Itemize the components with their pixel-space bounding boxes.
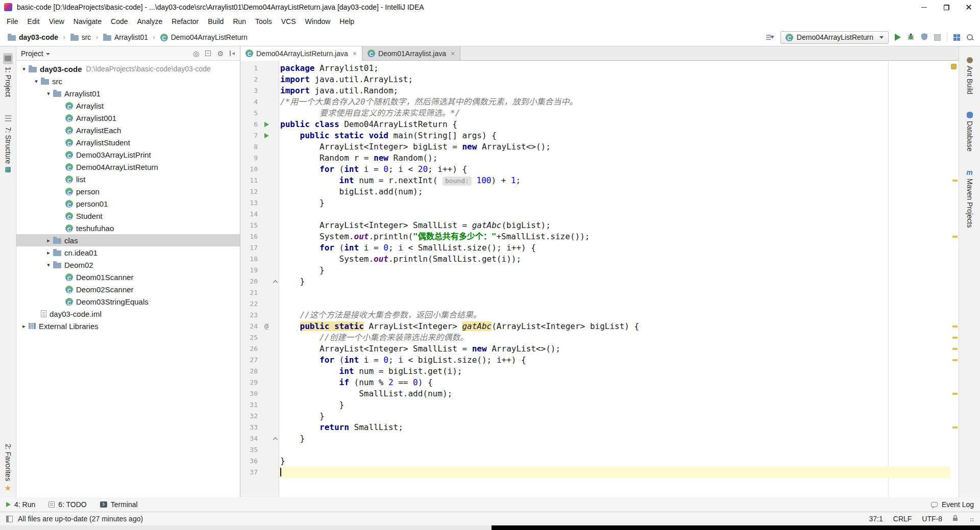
chevron-down-icon[interactable]: ▾ [32, 78, 41, 85]
warning-stripe-mark[interactable] [952, 426, 958, 428]
sort-scheme-icon[interactable] [766, 34, 774, 41]
menu-item-file[interactable]: File [2, 16, 23, 27]
code-editor[interactable]: 1package Arraylist01;2import java.util.A… [240, 61, 959, 497]
tree-item-ArraylistStudent[interactable]: ArraylistStudent [16, 136, 240, 148]
coverage-button[interactable] [921, 33, 928, 42]
stripe-button-structure[interactable]: 7: Structure [3, 112, 14, 173]
stripe-button-project[interactable]: 1: Project [2, 52, 14, 98]
code-line-18[interactable]: 18 System.out.println(SmallList.get(i)); [240, 254, 950, 265]
breadcrumb-item-Arraylist01[interactable]: Arraylist01 [102, 32, 150, 42]
code-line-21[interactable]: 21 [240, 287, 950, 298]
code-line-19[interactable]: 19 } [240, 265, 950, 276]
code-line-13[interactable]: 13 } [240, 197, 950, 209]
stripe-button-database[interactable]: Database [965, 110, 975, 153]
fold-marker-icon[interactable] [272, 433, 279, 444]
code-line-32[interactable]: 32 } [240, 411, 950, 422]
tree-item-Arraylist001[interactable]: Arraylist001 [16, 112, 240, 124]
toolwindow-event-log[interactable]: Event Log [931, 500, 974, 509]
code-line-7[interactable]: 7 public static void main(String[] args)… [240, 130, 950, 141]
code-line-27[interactable]: 27 for (int i = 0; i < bigList.size(); i… [240, 355, 950, 366]
tree-item-Demo04ArrayListReturn[interactable]: Demo04ArrayListReturn [16, 161, 240, 173]
toolwindow-todo[interactable]: 6: TODO [48, 500, 87, 509]
project-panel-title[interactable]: Project [21, 49, 43, 58]
favorites-star-icon[interactable]: ★ [5, 485, 11, 492]
tree-item-src[interactable]: ▾src [16, 75, 240, 87]
menu-item-window[interactable]: Window [301, 16, 335, 27]
tab-close-icon[interactable]: × [451, 49, 455, 58]
run-gutter-icon[interactable] [261, 119, 272, 130]
toolwindow-run[interactable]: 4: Run [6, 500, 35, 509]
tree-item-cn.idea01[interactable]: ▸cn.idea01 [16, 246, 240, 259]
code-line-28[interactable]: 28 int num = bigList.get(i); [240, 366, 950, 377]
tree-item-list[interactable]: list [16, 173, 240, 185]
stripe-label-favorites[interactable]: 2: Favorites [4, 444, 12, 481]
code-line-6[interactable]: 6public class Demo04ArrayListReturn { [240, 119, 950, 130]
breadcrumb-item-day03-code[interactable]: day03-code [6, 32, 60, 42]
gear-icon[interactable]: ⚙ [217, 49, 224, 58]
editor-tab-Demo04ArrayListReturn.java[interactable]: Demo04ArrayListReturn.java× [240, 46, 362, 61]
menu-item-build[interactable]: Build [203, 16, 228, 27]
locate-icon[interactable]: ◎ [193, 49, 199, 58]
tree-item-ArraylistEach[interactable]: ArraylistEach [16, 124, 240, 136]
run-button[interactable] [895, 34, 901, 41]
warning-stripe-mark[interactable] [952, 348, 958, 350]
tree-item-person[interactable]: person [16, 185, 240, 197]
run-configuration-select[interactable]: Demo04ArrayListReturn [780, 31, 889, 44]
tree-item-Arraylist01[interactable]: ▾Arraylist01 [16, 87, 240, 99]
code-line-31[interactable]: 31 } [240, 399, 950, 411]
tree-item-Deom02[interactable]: ▾Deom02 [16, 259, 240, 271]
tree-item-Deom02Scanner[interactable]: Deom02Scanner [16, 283, 240, 295]
code-line-2[interactable]: 2import java.util.ArrayList; [240, 74, 950, 85]
menu-item-navigate[interactable]: Navigate [69, 16, 106, 27]
toolwindow-toggle-icon[interactable] [6, 516, 13, 522]
menu-item-vcs[interactable]: VCS [277, 16, 301, 27]
hide-panel-icon[interactable] [230, 51, 235, 56]
code-line-14[interactable]: 14 [240, 209, 950, 220]
tree-item-External Libraries[interactable]: ▸External Libraries [16, 320, 240, 332]
run-gutter-icon[interactable] [261, 130, 272, 141]
code-line-8[interactable]: 8 ArrayList<Integer> bigList = new Array… [240, 141, 950, 153]
tree-item-Student[interactable]: Student [16, 210, 240, 222]
fold-marker-icon[interactable] [272, 276, 279, 287]
project-structure-icon[interactable] [953, 34, 960, 41]
tree-item-day03-code[interactable]: ▾day03-codeD:\IdeaProjects\basic-code\da… [16, 63, 240, 75]
tree-item-Deom03StringEquals[interactable]: Deom03StringEquals [16, 295, 240, 308]
inspection-indicator[interactable] [951, 64, 957, 69]
tree-item-Deom01Scanner[interactable]: Deom01Scanner [16, 271, 240, 283]
code-line-34[interactable]: 34 } [240, 433, 950, 444]
resize-grip-icon[interactable] [968, 516, 974, 522]
tree-item-clas[interactable]: ▸clas [16, 234, 240, 246]
code-line-22[interactable]: 22 [240, 298, 950, 310]
chevron-down-icon[interactable]: ▾ [19, 66, 29, 72]
code-line-29[interactable]: 29 if (num % 2 == 0) { [240, 377, 950, 388]
chevron-down-icon[interactable] [46, 53, 50, 55]
code-line-30[interactable]: 30 SmallList.add(num); [240, 388, 950, 399]
warning-stripe-mark[interactable] [952, 359, 958, 361]
search-everywhere-icon[interactable] [966, 34, 974, 41]
code-line-5[interactable]: 5 要求使用自定义的方法来实现筛选。*/ [240, 108, 950, 119]
warning-stripe-mark[interactable] [952, 236, 958, 238]
chevron-right-icon[interactable]: ▸ [44, 237, 53, 244]
code-line-25[interactable]: 25 //创建一个小集合来装筛选出来的偶数。 [240, 332, 950, 343]
file-encoding[interactable]: UTF-8 [922, 515, 942, 523]
editor-tab-Deom01Arraylist.java[interactable]: Deom01Arraylist.java× [362, 46, 460, 60]
captures-tool-icon[interactable] [5, 167, 11, 172]
code-line-36[interactable]: 36} [240, 456, 950, 467]
code-line-3[interactable]: 3import java.util.Random; [240, 85, 950, 96]
chevron-down-icon[interactable]: ▾ [44, 262, 53, 268]
toolwindow-terminal[interactable]: Terminal [100, 500, 138, 509]
code-line-15[interactable]: 15 ArrayList<Integer> SmallList = gatAbc… [240, 220, 950, 231]
caret-position[interactable]: 37:1 [869, 515, 883, 523]
minimize-button[interactable] [913, 0, 935, 14]
stop-button[interactable] [934, 34, 941, 41]
code-line-10[interactable]: 10 for (int i = 0; i < 20; i++) { [240, 164, 950, 175]
code-line-35[interactable]: 35 [240, 444, 950, 456]
menu-item-code[interactable]: Code [106, 16, 132, 27]
line-separator[interactable]: CRLF [893, 515, 912, 523]
stripe-button-maven[interactable]: m Maven Projects [965, 167, 975, 229]
menu-item-analyze[interactable]: Analyze [133, 16, 167, 27]
tree-item-person01[interactable]: person01 [16, 197, 240, 210]
annotation-gutter-icon[interactable]: @ [261, 321, 272, 332]
menu-item-tools[interactable]: Tools [251, 16, 277, 27]
collapse-all-icon[interactable] [205, 51, 211, 56]
